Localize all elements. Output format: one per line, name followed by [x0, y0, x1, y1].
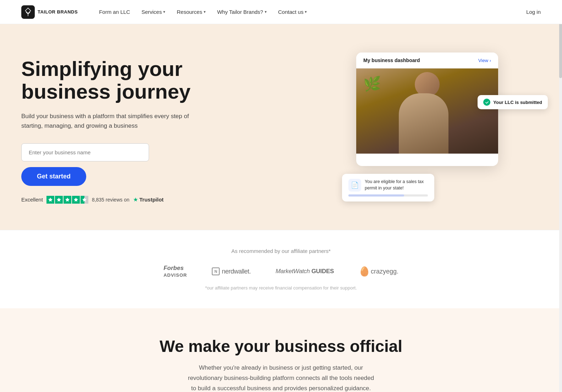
tailor-brands-icon	[21, 5, 35, 19]
nerdwallet-icon: N	[212, 267, 220, 275]
star-3	[64, 196, 71, 204]
hero-title: Simplifying your business journey	[21, 57, 220, 103]
partners-tagline: As recommended by our affiliate partners…	[21, 248, 541, 254]
partner-disclaimer: *our affiliate partners may receive fina…	[21, 285, 541, 291]
dashboard-view-link[interactable]: View ›	[478, 58, 491, 63]
bottom-title: We make your business official	[21, 337, 541, 356]
excellent-label: Excellent	[21, 197, 43, 203]
nav-why-tailor[interactable]: Why Tailor Brands? ▾	[217, 9, 267, 15]
hero-left: Simplifying your business journey Build …	[21, 57, 220, 204]
tax-permit-card: 📄 You are eligible for a sales tax permi…	[342, 174, 434, 201]
hero-subtitle: Build your business with a platform that…	[21, 111, 192, 131]
tax-permit-text: You are eligible for a sales tax permit …	[365, 179, 428, 191]
dashboard-header: My business dashboard View ›	[356, 53, 498, 68]
business-name-input[interactable]	[21, 143, 149, 161]
logo-link[interactable]: TAILOR BRANDS	[21, 5, 78, 19]
nav-services[interactable]: Services ▾	[142, 9, 166, 15]
person-photo: 🌿	[356, 68, 498, 154]
check-circle-icon	[483, 99, 490, 106]
nav-form-llc[interactable]: Form an LLC	[99, 9, 130, 15]
trustpilot-row: Excellent 8,835 reviews on	[21, 196, 220, 204]
star-1	[46, 196, 54, 204]
contact-chevron-icon: ▾	[305, 10, 307, 14]
marketwatch-logo: MarketWatch GUIDES	[276, 268, 334, 275]
trustpilot-name: Trustpilot	[139, 197, 164, 203]
nav-contact[interactable]: Contact us ▾	[278, 9, 307, 15]
reviews-text: 8,835 reviews on	[92, 197, 130, 203]
svg-rect-0	[21, 5, 35, 19]
trustpilot-star-icon: ★	[133, 196, 138, 203]
star-rating	[46, 196, 88, 204]
tax-progress-bar	[348, 194, 428, 197]
bottom-subtitle: Whether you're already in business or ju…	[185, 363, 377, 392]
dashboard-title: My business dashboard	[363, 57, 420, 63]
nav-links: Form an LLC Services ▾ Resources ▾ Why T…	[99, 9, 526, 15]
trustpilot-logo: ★ Trustpilot	[133, 196, 164, 203]
dashboard-card: My business dashboard View › 🌿	[356, 53, 498, 166]
document-icon: 📄	[348, 179, 361, 192]
login-button[interactable]: Log in	[526, 9, 541, 15]
llc-submitted-badge: Your LLC is submitted	[478, 95, 548, 109]
navbar: TAILOR BRANDS Form an LLC Services ▾ Res…	[0, 0, 562, 24]
dashboard-image: 🌿	[356, 68, 498, 154]
scrollbar[interactable]	[559, 0, 562, 392]
resources-chevron-icon: ▾	[204, 10, 206, 14]
tax-progress-fill	[348, 194, 404, 197]
partner-logos: Forbes ADVISOR N nerdwallet. MarketWatch…	[21, 265, 541, 278]
star-4	[72, 196, 80, 204]
partners-section: As recommended by our affiliate partners…	[0, 230, 562, 308]
forbes-logo: Forbes ADVISOR	[164, 265, 187, 278]
nav-right: Log in	[526, 9, 541, 15]
bottom-section: We make your business official Whether y…	[0, 308, 562, 392]
logo-text: TAILOR BRANDS	[38, 9, 78, 15]
crazyegg-logo: 🥚 crazyegg.	[359, 266, 398, 277]
plant-icon: 🌿	[363, 76, 381, 92]
nerdwallet-logo: N nerdwallet.	[212, 267, 251, 275]
services-chevron-icon: ▾	[163, 10, 165, 14]
get-started-button[interactable]: Get started	[21, 167, 86, 186]
llc-text: Your LLC is submitted	[493, 100, 542, 105]
hero-section: Simplifying your business journey Build …	[0, 24, 562, 230]
star-5-half	[81, 196, 88, 204]
star-2	[55, 196, 63, 204]
hero-right: My business dashboard View › 🌿 Your LLC …	[342, 53, 541, 209]
tax-card-header: 📄 You are eligible for a sales tax permi…	[348, 179, 428, 192]
nav-resources[interactable]: Resources ▾	[177, 9, 206, 15]
why-tailor-chevron-icon: ▾	[265, 10, 267, 14]
